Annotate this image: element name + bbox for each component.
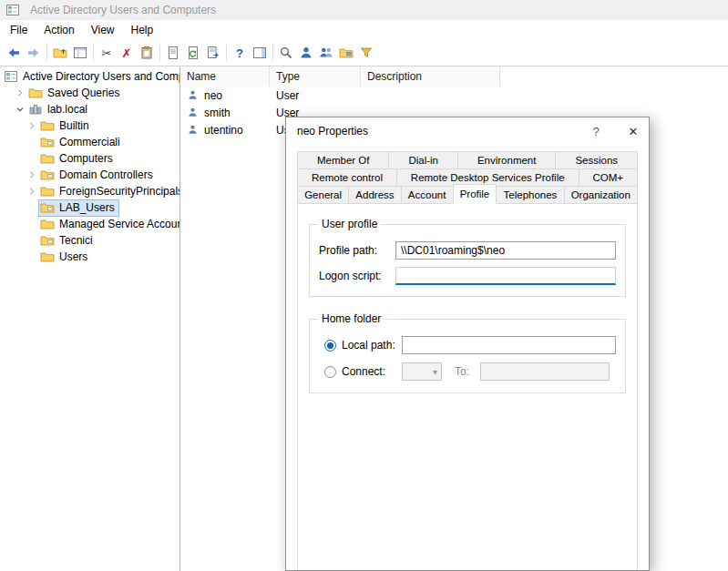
tab-address[interactable]: Address <box>348 186 401 204</box>
collapsed-chevron-icon[interactable] <box>26 119 38 132</box>
tree-item-body[interactable]: LAB_Users <box>38 199 119 217</box>
tree-item-foreignsecurityprincipals[interactable]: ForeignSecurityPrincipals <box>0 183 179 199</box>
new-group-icon[interactable] <box>316 43 336 63</box>
directory-icon <box>4 70 19 84</box>
ou-icon <box>40 136 56 149</box>
cut-icon[interactable]: ✂ <box>97 43 117 63</box>
tree-item-body[interactable]: Managed Service Accounts <box>38 216 180 233</box>
dialog-close-button[interactable]: ✕ <box>618 117 649 145</box>
cell-name: smith <box>204 107 231 119</box>
tree-item-body[interactable]: Saved Queries <box>26 85 124 102</box>
tree-item-body[interactable]: Tecnici <box>38 232 97 250</box>
tab-organization[interactable]: Organization <box>564 186 639 204</box>
tab-environment[interactable]: Environment <box>457 151 556 169</box>
folder-icon <box>40 119 56 133</box>
connect-to-input[interactable] <box>480 362 610 381</box>
expanded-chevron-icon[interactable] <box>14 103 26 116</box>
toolbar-separator <box>93 45 94 61</box>
back-icon[interactable] <box>4 43 24 63</box>
up-one-level-icon[interactable] <box>50 43 70 63</box>
column-header-description[interactable]: Description <box>361 66 500 87</box>
refresh-icon[interactable] <box>183 43 203 63</box>
local-path-input[interactable] <box>402 336 616 354</box>
delete-icon[interactable]: ✗ <box>117 43 137 63</box>
local-path-label: Local path: <box>342 339 402 352</box>
folder-icon <box>28 87 44 100</box>
tree-item-lab-local[interactable]: lab.local <box>0 101 179 117</box>
paste-icon[interactable] <box>137 43 157 63</box>
tab-remote-control[interactable]: Remote control <box>297 168 397 187</box>
tree-item-commerciali[interactable]: Commerciali <box>0 134 179 150</box>
chevron-spacer <box>26 152 38 165</box>
find-icon[interactable] <box>276 43 296 63</box>
tree-item-body[interactable]: Commerciali <box>38 134 125 151</box>
tree-item-lab-users[interactable]: LAB_Users <box>0 199 179 216</box>
tree-item-body[interactable]: Domain Controllers <box>38 167 158 184</box>
tree-item-body[interactable]: Computers <box>38 150 118 168</box>
tree-item-saved-queries[interactable]: Saved Queries <box>0 85 179 101</box>
tab-general[interactable]: General <box>297 186 349 204</box>
list-header: NameTypeDescription <box>180 66 728 87</box>
show-action-pane-icon[interactable] <box>250 43 270 63</box>
profile-path-label: Profile path: <box>319 244 395 257</box>
tab-sessions[interactable]: Sessions <box>555 151 638 169</box>
menubar: FileActionViewHelp <box>0 20 728 40</box>
tree-item-builtin[interactable]: Builtin <box>0 117 179 134</box>
cell-name: neo <box>204 89 222 102</box>
collapsed-chevron-icon[interactable] <box>26 185 38 198</box>
toolbar-separator <box>159 45 160 61</box>
tree-item-active-directory-users-and-computers[interactable]: Active Directory Users and Computers <box>0 68 179 85</box>
tree-item-computers[interactable]: Computers <box>0 150 179 167</box>
tab-telephones[interactable]: Telephones <box>496 186 564 204</box>
tree-item-users[interactable]: Users <box>0 249 179 265</box>
tab-profile[interactable]: Profile <box>453 184 497 204</box>
list-row-neo[interactable]: neoUser <box>180 87 728 104</box>
new-ou-icon[interactable] <box>336 43 356 63</box>
menu-help[interactable]: Help <box>123 21 162 39</box>
tree-item-body[interactable]: Active Directory Users and Computers <box>2 68 180 86</box>
chevron-spacer <box>26 250 38 263</box>
menu-view[interactable]: View <box>83 21 123 39</box>
drive-letter-select[interactable]: ▾ <box>402 362 442 381</box>
export-list-icon[interactable] <box>203 43 223 63</box>
properties-icon[interactable] <box>163 43 183 63</box>
dialog-titlebar[interactable]: neo Properties ? ✕ <box>286 117 649 145</box>
forward-icon[interactable] <box>24 43 44 63</box>
tab-member-of[interactable]: Member Of <box>297 151 389 169</box>
column-header-type[interactable]: Type <box>270 66 361 87</box>
folder-icon <box>40 250 56 264</box>
tree-item-domain-controllers[interactable]: Domain Controllers <box>0 167 179 183</box>
ou-icon <box>40 168 56 182</box>
tree-item-body[interactable]: Users <box>38 249 92 266</box>
column-header-name[interactable]: Name <box>180 66 270 87</box>
tree-item-body[interactable]: lab.local <box>26 101 92 118</box>
tree-item-label: Domain Controllers <box>59 168 153 181</box>
ou-icon <box>40 234 56 248</box>
tree-item-label: lab.local <box>47 103 87 116</box>
toolbar: ✂✗? <box>0 40 728 66</box>
collapsed-chevron-icon[interactable] <box>14 87 26 99</box>
menu-file[interactable]: File <box>2 21 36 39</box>
tab-dial-in[interactable]: Dial-in <box>388 151 458 169</box>
local-path-radio[interactable] <box>324 340 336 352</box>
menu-action[interactable]: Action <box>36 21 82 39</box>
tab-account[interactable]: Account <box>401 186 454 204</box>
connect-radio[interactable] <box>324 366 336 378</box>
tree-item-tecnici[interactable]: Tecnici <box>0 232 179 249</box>
user-icon <box>187 89 200 102</box>
dialog-help-button[interactable]: ? <box>582 117 610 145</box>
chevron-spacer <box>26 218 38 230</box>
help-icon[interactable]: ? <box>230 43 250 63</box>
set-filter-icon[interactable] <box>356 43 376 63</box>
logon-script-input[interactable] <box>395 267 616 285</box>
tree-item-body[interactable]: Builtin <box>38 117 94 135</box>
tree-item-body[interactable]: ForeignSecurityPrincipals <box>38 183 180 200</box>
properties-dialog: neo Properties ? ✕ Member OfDial-inEnvir… <box>285 117 650 571</box>
profile-path-input[interactable] <box>395 241 616 260</box>
titlebar[interactable]: Active Directory Users and Computers <box>0 0 728 20</box>
new-user-icon[interactable] <box>296 43 316 63</box>
show-console-tree-icon[interactable] <box>70 43 90 63</box>
tab-com[interactable]: COM+ <box>579 168 638 187</box>
tree-item-managed-service-accounts[interactable]: Managed Service Accounts <box>0 216 179 232</box>
collapsed-chevron-icon[interactable] <box>26 168 38 181</box>
